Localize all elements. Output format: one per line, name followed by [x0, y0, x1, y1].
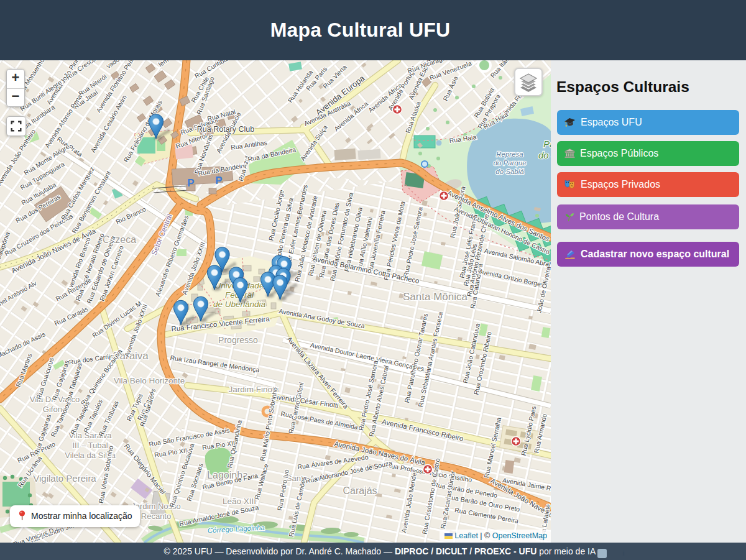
svg-text:Carajás: Carajás — [343, 485, 377, 496]
svg-text:Progresso: Progresso — [218, 335, 258, 345]
svg-text:do S: do S — [538, 150, 551, 160]
svg-text:Santa Mônica: Santa Mônica — [403, 291, 467, 303]
svg-text:Vila Belo Horizonte: Vila Belo Horizonte — [114, 376, 185, 385]
svg-text:Vigilato Pereira: Vigilato Pereira — [33, 473, 96, 484]
svg-text:P: P — [187, 177, 194, 189]
svg-text:Represa: Represa — [496, 150, 523, 158]
svg-text:do Sabiá: do Sabiá — [495, 168, 524, 175]
svg-text:P: P — [215, 175, 222, 186]
svg-text:do Parque: do Parque — [493, 159, 526, 167]
svg-text:Pa: Pa — [543, 139, 551, 149]
svg-text:Recanto: Recanto — [141, 512, 171, 521]
svg-text:III – Tubal: III – Tubal — [72, 441, 108, 450]
svg-text:Rua Rotary Club: Rua Rotary Club — [197, 125, 254, 134]
